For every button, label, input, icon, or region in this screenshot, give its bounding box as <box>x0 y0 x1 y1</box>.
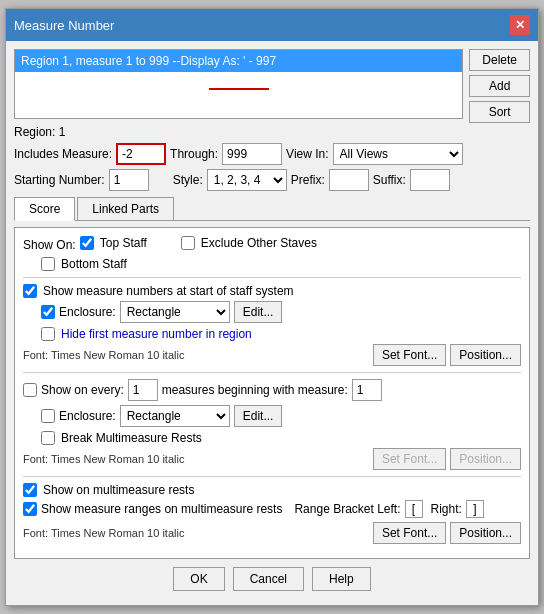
top-staff-checkbox[interactable] <box>80 236 94 250</box>
show-on-label: Show On: <box>23 238 76 252</box>
set-font-button-2[interactable]: Set Font... <box>373 448 446 470</box>
measure-number-dialog: Measure Number ✕ Region 1, measure 1 to … <box>5 8 539 606</box>
tabs: Score Linked Parts <box>14 197 530 221</box>
sort-button[interactable]: Sort <box>469 101 530 123</box>
range-bracket-left-input[interactable] <box>405 500 423 518</box>
right-label: Right: <box>431 502 462 516</box>
view-in-label: View In: <box>286 147 328 161</box>
enclosure-checkbox-1[interactable] <box>41 305 55 319</box>
range-bracket-right-input[interactable] <box>466 500 484 518</box>
measures-beginning-label: measures beginning with measure: <box>162 383 348 397</box>
show-measure-numbers-row: Show measure numbers at start of staff s… <box>23 284 521 298</box>
cancel-button[interactable]: Cancel <box>233 567 304 591</box>
exclude-other-staves-checkbox[interactable] <box>181 236 195 250</box>
close-button[interactable]: ✕ <box>510 15 530 35</box>
suffix-input[interactable] <box>410 169 450 191</box>
through-input[interactable] <box>222 143 282 165</box>
show-ranges-row: Show measure ranges on multimeasure rest… <box>23 500 521 518</box>
multimeasure-section: Show on multimeasure rests Show measure … <box>23 483 521 544</box>
font-row-2: Font: Times New Roman 10 italic Set Font… <box>23 448 521 470</box>
enclosure-row-1: Enclosure: Rectangle Ellipse None Edit..… <box>41 301 521 323</box>
region-list-underline <box>209 88 269 90</box>
font-info-2: Font: Times New Roman 10 italic <box>23 453 184 465</box>
measures-beginning-input[interactable] <box>352 379 382 401</box>
show-ranges-checkbox[interactable] <box>23 502 37 516</box>
ok-button[interactable]: OK <box>173 567 224 591</box>
starting-number-row: Starting Number: Style: 1, 2, 3, 4 a, b,… <box>14 169 530 191</box>
top-staff-label: Top Staff <box>100 236 147 250</box>
break-multimeasure-row: Break Multimeasure Rests <box>41 431 521 445</box>
includes-measure-input[interactable] <box>116 143 166 165</box>
region-list: Region 1, measure 1 to 999 --Display As:… <box>14 49 463 119</box>
show-ranges-label: Show measure ranges on multimeasure rest… <box>41 502 282 516</box>
edit-button-2[interactable]: Edit... <box>234 405 283 427</box>
hide-first-row: Hide first measure number in region <box>41 327 521 341</box>
bottom-buttons: OK Cancel Help <box>14 559 530 597</box>
add-button[interactable]: Add <box>469 75 530 97</box>
enclosure-label-2: Enclosure: <box>59 409 116 423</box>
show-multimeasure-checkbox[interactable] <box>23 483 37 497</box>
hide-first-checkbox[interactable] <box>41 327 55 341</box>
region-label: Region: 1 <box>14 125 530 139</box>
enclosure-label-1: Enclosure: <box>59 305 116 319</box>
every-input[interactable] <box>128 379 158 401</box>
starting-number-label: Starting Number: <box>14 173 105 187</box>
show-measure-numbers-section: Show measure numbers at start of staff s… <box>23 284 521 366</box>
includes-measure-row: Includes Measure: Through: View In: All … <box>14 143 530 165</box>
title-bar: Measure Number ✕ <box>6 9 538 41</box>
score-tab-content: Show On: Top Staff Exclude Other Staves … <box>14 227 530 559</box>
font-row-1: Font: Times New Roman 10 italic Set Font… <box>23 344 521 366</box>
top-staff-checkbox-row: Top Staff <box>80 236 147 250</box>
bottom-staff-row: Bottom Staff <box>41 257 521 271</box>
style-select[interactable]: 1, 2, 3, 4 a, b, c, d A, B, C, D <box>207 169 287 191</box>
font-row-3: Font: Times New Roman 10 italic Set Font… <box>23 522 521 544</box>
view-in-select[interactable]: All Views Score Parts <box>333 143 463 165</box>
show-multimeasure-row: Show on multimeasure rests <box>23 483 521 497</box>
enclosure-select-2[interactable]: Rectangle Ellipse None <box>120 405 230 427</box>
show-on-every-label: Show on every: <box>41 383 124 397</box>
dialog-title: Measure Number <box>14 18 114 33</box>
show-on-row: Show On: Top Staff Exclude Other Staves <box>23 236 521 253</box>
top-section: Region 1, measure 1 to 999 --Display As:… <box>14 49 530 125</box>
set-font-button-3[interactable]: Set Font... <box>373 522 446 544</box>
show-on-every-checkbox[interactable] <box>23 383 37 397</box>
show-on-section: Show On: Top Staff Exclude Other Staves … <box>23 236 521 271</box>
includes-measure-label: Includes Measure: <box>14 147 112 161</box>
edit-button-1[interactable]: Edit... <box>234 301 283 323</box>
bottom-staff-label: Bottom Staff <box>61 257 127 271</box>
font-info-1: Font: Times New Roman 10 italic <box>23 349 184 361</box>
show-measure-numbers-label: Show measure numbers at start of staff s… <box>43 284 294 298</box>
prefix-label: Prefix: <box>291 173 325 187</box>
break-multimeasure-label: Break Multimeasure Rests <box>61 431 202 445</box>
set-font-button-1[interactable]: Set Font... <box>373 344 446 366</box>
position-button-1[interactable]: Position... <box>450 344 521 366</box>
range-bracket-left-label: Range Bracket Left: <box>294 502 400 516</box>
action-buttons: Delete Add Sort <box>469 49 530 125</box>
position-button-2[interactable]: Position... <box>450 448 521 470</box>
help-button[interactable]: Help <box>312 567 371 591</box>
show-on-every-row: Show on every: measures beginning with m… <box>23 379 521 401</box>
position-button-3[interactable]: Position... <box>450 522 521 544</box>
suffix-label: Suffix: <box>373 173 406 187</box>
bottom-staff-checkbox[interactable] <box>41 257 55 271</box>
show-multimeasure-label: Show on multimeasure rests <box>43 483 194 497</box>
enclosure-checkbox-2[interactable] <box>41 409 55 423</box>
starting-number-input[interactable] <box>109 169 149 191</box>
prefix-input[interactable] <box>329 169 369 191</box>
enclosure-row-2: Enclosure: Rectangle Ellipse None Edit..… <box>41 405 521 427</box>
region-list-item[interactable]: Region 1, measure 1 to 999 --Display As:… <box>15 50 462 72</box>
enclosure-select-1[interactable]: Rectangle Ellipse None <box>120 301 230 323</box>
hide-first-label: Hide first measure number in region <box>61 327 252 341</box>
break-multimeasure-checkbox[interactable] <box>41 431 55 445</box>
delete-button[interactable]: Delete <box>469 49 530 71</box>
through-label: Through: <box>170 147 218 161</box>
tab-linked-parts[interactable]: Linked Parts <box>77 197 174 220</box>
exclude-other-staves-row: Exclude Other Staves <box>181 236 317 250</box>
show-on-every-section: Show on every: measures beginning with m… <box>23 379 521 470</box>
show-measure-numbers-checkbox[interactable] <box>23 284 37 298</box>
style-label: Style: <box>173 173 203 187</box>
tab-score[interactable]: Score <box>14 197 75 221</box>
exclude-other-staves-label: Exclude Other Staves <box>201 236 317 250</box>
font-info-3: Font: Times New Roman 10 italic <box>23 527 184 539</box>
